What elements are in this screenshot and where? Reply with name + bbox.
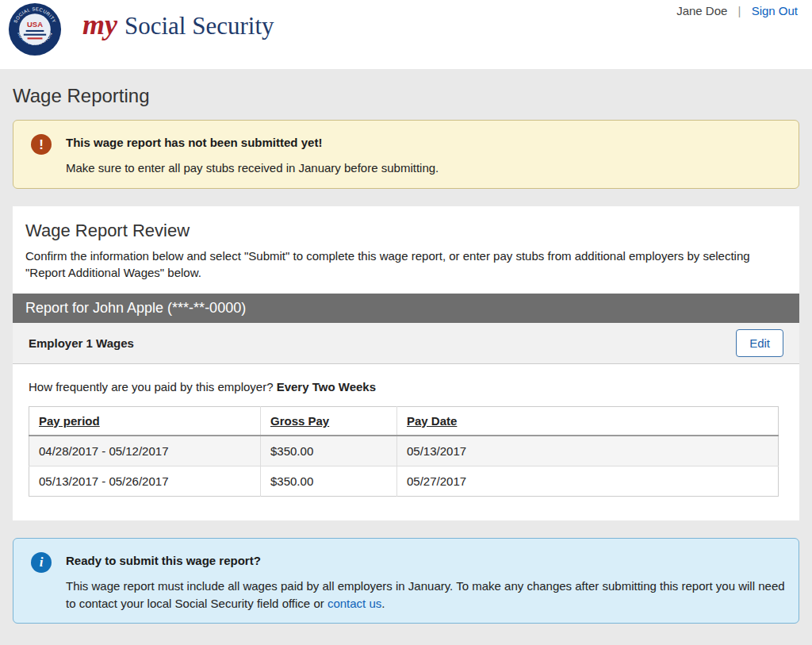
app-header: SOCIAL SECURITY ADMINISTRATION USA mySoc… — [0, 0, 812, 69]
wage-report-review-card: Wage Report Review Confirm the informati… — [13, 206, 799, 520]
info-body: This wage report must include all wages … — [66, 578, 786, 612]
info-icon: i — [31, 552, 52, 573]
info-alert: i Ready to submit this wage report? This… — [13, 538, 799, 624]
pay-date-cell: 05/27/2017 — [397, 466, 779, 496]
gross-pay-cell: $350.00 — [261, 436, 397, 466]
column-header-pay-period: Pay period — [29, 406, 261, 436]
column-header-gross-pay: Gross Pay — [261, 406, 397, 436]
header-divider: | — [738, 4, 741, 17]
brand: mySocial Security — [82, 8, 274, 41]
employer-section-label: Employer 1 Wages — [29, 336, 134, 350]
main-content: Wage Reporting ! This wage report has no… — [0, 85, 812, 645]
review-description: Confirm the information below and select… — [25, 248, 787, 281]
ssa-seal-logo: SOCIAL SECURITY ADMINISTRATION USA — [8, 2, 62, 56]
seal-center-text: USA — [27, 20, 43, 29]
review-title: Wage Report Review — [25, 221, 787, 241]
user-area: Jane Doe | Sign Out — [676, 4, 798, 17]
table-row: 05/13/2017 - 05/26/2017 $350.00 05/27/20… — [29, 466, 779, 496]
column-header-pay-date: Pay Date — [397, 406, 779, 436]
info-body-text: This wage report must include all wages … — [66, 579, 785, 610]
pay-frequency-question: How frequently are you paid by this empl… — [29, 380, 274, 394]
warning-alert: ! This wage report has not been submitte… — [13, 120, 799, 189]
report-for-header: Report for John Apple (***-**-0000) — [13, 294, 799, 323]
table-header-row: Pay period Gross Pay Pay Date — [29, 406, 779, 436]
warning-title: This wage report has not been submitted … — [66, 136, 439, 149]
wages-table-wrap: Pay period Gross Pay Pay Date 04/28/2017… — [29, 406, 779, 497]
pay-date-cell: 05/13/2017 — [397, 436, 779, 466]
wages-table: Pay period Gross Pay Pay Date 04/28/2017… — [29, 406, 779, 497]
pay-period-cell: 05/13/2017 - 05/26/2017 — [29, 466, 261, 496]
warning-body: Make sure to enter all pay stubs receive… — [66, 159, 439, 177]
info-title: Ready to submit this wage report? — [66, 554, 786, 567]
brand-my: my — [82, 9, 117, 40]
info-body-period: . — [381, 597, 385, 610]
contact-us-link[interactable]: contact us — [327, 597, 381, 610]
info-content: Ready to submit this wage report? This w… — [53, 550, 786, 612]
pay-period-cell: 04/28/2017 - 05/12/2017 — [29, 436, 261, 466]
user-name: Jane Doe — [676, 4, 727, 17]
review-card-head: Wage Report Review Confirm the informati… — [13, 206, 799, 281]
employer-section-row: Employer 1 Wages Edit — [13, 323, 799, 364]
brand-name: Social Security — [124, 12, 274, 40]
warning-icon: ! — [31, 134, 52, 155]
table-row: 04/28/2017 - 05/12/2017 $350.00 05/13/20… — [29, 436, 779, 466]
warning-content: This wage report has not been submitted … — [53, 132, 439, 177]
gross-pay-cell: $350.00 — [261, 466, 397, 496]
sign-out-link[interactable]: Sign Out — [752, 4, 798, 17]
pay-frequency-line: How frequently are you paid by this empl… — [13, 364, 799, 406]
edit-button[interactable]: Edit — [736, 329, 783, 357]
page-title: Wage Reporting — [13, 85, 799, 107]
pay-frequency-value: Every Two Weeks — [277, 380, 376, 394]
